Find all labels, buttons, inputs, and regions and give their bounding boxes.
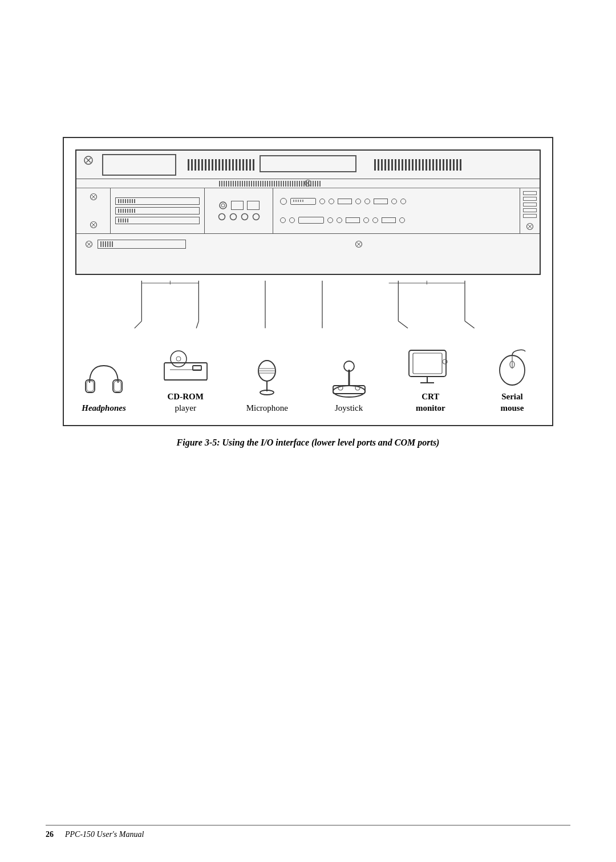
svg-line-36 <box>398 321 408 329</box>
crt-icon <box>405 346 456 388</box>
connector-o4-icon <box>252 213 260 221</box>
microphone-item: Microphone <box>241 357 293 414</box>
page-footer: 26 PPC-150 User's Manual <box>46 825 570 839</box>
svg-line-30 <box>196 321 198 329</box>
figure-caption: Figure 3-5: Using the I/O interface (low… <box>177 438 440 448</box>
connector-o1-icon <box>218 213 226 221</box>
svg-line-38 <box>465 321 475 329</box>
svg-point-14 <box>218 214 225 220</box>
headphones-icon <box>78 357 129 400</box>
crt-label: CRT monitor <box>416 391 445 414</box>
devices-row: Headphones <box>75 346 541 414</box>
headphones-label: Headphones <box>82 403 126 414</box>
svg-rect-66 <box>413 353 442 374</box>
screw-right-icon <box>526 222 534 230</box>
svg-point-51 <box>176 357 181 361</box>
top-section <box>76 151 540 179</box>
svg-point-50 <box>171 351 187 367</box>
computer-panel <box>75 149 541 275</box>
cdrom-item: CD-ROM player <box>160 346 211 414</box>
mouse-icon <box>487 346 538 388</box>
mouse-label: Serial mouse <box>501 391 524 414</box>
svg-rect-45 <box>87 381 94 391</box>
cdrom-icon <box>160 346 211 388</box>
figure-container: Headphones <box>63 137 553 426</box>
page-number: 26 <box>46 830 54 839</box>
svg-point-15 <box>230 214 236 220</box>
joystick-item: Joystick <box>323 357 375 414</box>
screw-left-bottom-icon <box>90 221 98 229</box>
screw-bc-icon <box>355 240 363 248</box>
microphone-icon <box>241 357 293 400</box>
joystick-icon <box>323 357 375 400</box>
svg-point-59 <box>333 386 365 397</box>
connector-c-icon <box>218 201 228 210</box>
svg-rect-46 <box>114 381 121 391</box>
screw-bl-icon <box>85 240 93 248</box>
connector-o2-icon <box>229 213 237 221</box>
joystick-label: Joystick <box>335 403 363 414</box>
headphones-item: Headphones <box>78 357 129 414</box>
microphone-label: Microphone <box>246 403 288 414</box>
svg-point-17 <box>253 214 259 220</box>
svg-point-13 <box>221 204 225 207</box>
screw-left-icon <box>90 193 98 201</box>
crt-item: CRT monitor <box>405 346 456 414</box>
svg-line-28 <box>135 321 142 329</box>
screw-tl-icon <box>83 155 94 165</box>
cdrom-label: CD-ROM player <box>168 391 204 414</box>
connector-o3-icon <box>241 213 249 221</box>
mouse-item: Serial mouse <box>487 346 538 414</box>
svg-point-16 <box>241 214 248 220</box>
page-content: Headphones <box>0 0 616 862</box>
svg-point-12 <box>220 202 226 209</box>
svg-rect-65 <box>409 350 446 377</box>
manual-title: PPC-150 User's Manual <box>65 830 144 839</box>
connection-lines <box>75 281 541 338</box>
